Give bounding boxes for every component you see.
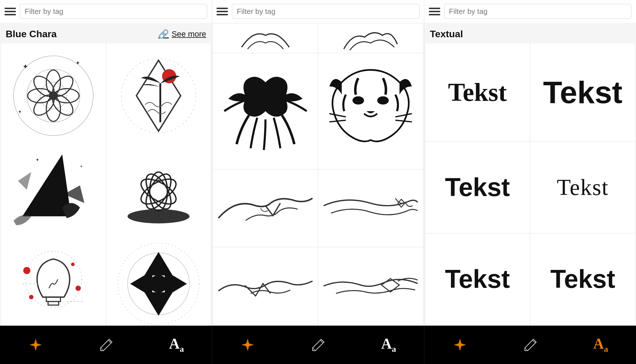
font-icon-label-2: Aa bbox=[381, 336, 396, 353]
mandala2-svg bbox=[114, 240, 203, 326]
svg-line-56 bbox=[395, 114, 412, 117]
svg-point-31 bbox=[157, 179, 160, 182]
nav-font-2[interactable]: Aa bbox=[381, 336, 396, 353]
svg-line-72 bbox=[525, 348, 528, 351]
cell-tekst2[interactable]: Tekst bbox=[531, 43, 635, 141]
slash1-svg bbox=[216, 181, 315, 235]
hamburger-menu-right[interactable] bbox=[429, 8, 440, 15]
cell-triangles[interactable]: ✦ ✦ bbox=[1, 138, 105, 242]
filter-input-left[interactable] bbox=[20, 4, 207, 19]
svg-line-54 bbox=[329, 114, 346, 117]
cell-rose-mandala[interactable]: ✦ ✦ ✦ bbox=[1, 43, 105, 148]
tekst2-label: Tekst bbox=[543, 74, 622, 110]
top-bar-right bbox=[424, 0, 636, 23]
font-icon-label-3: Aa bbox=[593, 336, 608, 353]
hamburger-menu-mid[interactable] bbox=[217, 8, 228, 15]
bulb-svg bbox=[9, 240, 98, 326]
top-bar-left bbox=[0, 0, 212, 23]
cell-lotus[interactable] bbox=[107, 138, 211, 242]
cell-tekst5[interactable]: Tekst bbox=[425, 234, 530, 325]
lotus-svg bbox=[114, 145, 203, 234]
cell-slash3[interactable] bbox=[213, 248, 317, 325]
image-grid-left: ✦ ✦ ✦ bbox=[0, 42, 212, 326]
cell-diamond-moon[interactable] bbox=[107, 43, 211, 148]
svg-point-38 bbox=[75, 286, 81, 291]
ninja-icon-svg-3 bbox=[452, 337, 468, 353]
svg-line-64 bbox=[101, 348, 103, 351]
svg-text:✦: ✦ bbox=[36, 157, 39, 162]
svg-point-66 bbox=[246, 343, 250, 347]
cell-partial-left[interactable] bbox=[213, 24, 317, 53]
tekst6-label: Tekst bbox=[550, 265, 615, 294]
hamburger-menu-left[interactable] bbox=[5, 8, 16, 15]
diamond-moon-svg bbox=[114, 51, 203, 140]
cell-tekst6[interactable]: Tekst bbox=[531, 234, 635, 325]
svg-text:✦: ✦ bbox=[18, 109, 22, 114]
svg-point-37 bbox=[23, 267, 30, 274]
partial-left-svg bbox=[219, 26, 312, 50]
pencil-icon-svg-3 bbox=[523, 338, 538, 352]
svg-point-39 bbox=[29, 295, 34, 299]
cell-tekst3[interactable]: Tekst bbox=[425, 142, 530, 233]
pencil-icon-svg-2 bbox=[311, 338, 325, 352]
cell-tekst1[interactable]: Tekst bbox=[425, 43, 530, 141]
filter-input-right[interactable] bbox=[444, 4, 631, 19]
svg-line-55 bbox=[329, 120, 346, 122]
text-grid-right: Tekst Tekst Tekst Tekst Tekst Tekst bbox=[424, 42, 636, 326]
nav-font-1[interactable]: Aa bbox=[169, 336, 184, 353]
svg-point-33 bbox=[165, 184, 167, 186]
svg-point-11 bbox=[49, 91, 58, 100]
cell-tiger[interactable] bbox=[319, 54, 423, 169]
svg-text:✦: ✦ bbox=[80, 164, 83, 168]
mid-grid bbox=[212, 53, 424, 326]
see-more-link[interactable]: 🔗 See more bbox=[158, 29, 206, 39]
nav-section-2: Aa bbox=[212, 326, 424, 364]
font-icon-label-1: Aa bbox=[169, 336, 184, 353]
svg-line-68 bbox=[313, 348, 315, 351]
ninja-icon-svg-2 bbox=[240, 337, 255, 353]
nav-pencil-2[interactable] bbox=[311, 338, 325, 352]
cell-mandala2[interactable] bbox=[107, 232, 211, 326]
svg-point-30 bbox=[132, 209, 185, 220]
slash4-svg bbox=[321, 259, 420, 313]
cell-slash4[interactable] bbox=[319, 248, 423, 325]
svg-point-53 bbox=[377, 96, 389, 105]
filter-input-mid[interactable] bbox=[232, 4, 419, 19]
svg-marker-46 bbox=[145, 292, 172, 315]
svg-text:✦: ✦ bbox=[22, 63, 28, 70]
svg-marker-16 bbox=[136, 60, 181, 131]
cell-tekst4[interactable]: Tekst bbox=[531, 142, 635, 233]
svg-marker-45 bbox=[145, 253, 172, 275]
section-header-left: Blue Chara 🔗 See more bbox=[0, 23, 212, 42]
cell-partial-right[interactable] bbox=[319, 24, 423, 53]
nav-pencil-1[interactable] bbox=[99, 338, 113, 352]
tekst4-label: Tekst bbox=[557, 174, 609, 200]
svg-point-32 bbox=[151, 184, 152, 186]
section-title-right: Textual bbox=[430, 28, 463, 39]
nav-section-1: Aa bbox=[0, 326, 212, 364]
rose-mandala-svg: ✦ ✦ ✦ bbox=[9, 51, 98, 140]
svg-point-62 bbox=[34, 343, 37, 347]
see-more-label: See more bbox=[172, 30, 206, 39]
tiger-svg bbox=[321, 57, 420, 166]
cell-slash2[interactable] bbox=[319, 170, 423, 247]
svg-point-49 bbox=[150, 275, 167, 292]
svg-rect-36 bbox=[48, 301, 59, 305]
svg-point-52 bbox=[352, 96, 364, 105]
cell-bulb[interactable] bbox=[1, 232, 105, 326]
top-bar-mid bbox=[212, 0, 424, 23]
nav-pencil-3[interactable] bbox=[523, 338, 538, 352]
bottom-nav: Aa Aa bbox=[0, 326, 636, 364]
nav-ninja-3[interactable] bbox=[452, 337, 468, 353]
cell-tribal-creature[interactable] bbox=[213, 54, 317, 169]
nav-ninja-2[interactable] bbox=[240, 337, 255, 353]
section-title-left: Blue Chara bbox=[6, 28, 57, 39]
cell-slash1[interactable] bbox=[213, 170, 317, 247]
nav-ninja-1[interactable] bbox=[28, 337, 43, 353]
panel-mid bbox=[212, 0, 424, 326]
slash2-svg bbox=[321, 181, 420, 235]
link-icon: 🔗 bbox=[158, 29, 169, 39]
pencil-icon-svg-1 bbox=[99, 338, 113, 352]
nav-font-3[interactable]: Aa bbox=[593, 336, 608, 353]
tribal-creature-svg bbox=[216, 57, 315, 166]
